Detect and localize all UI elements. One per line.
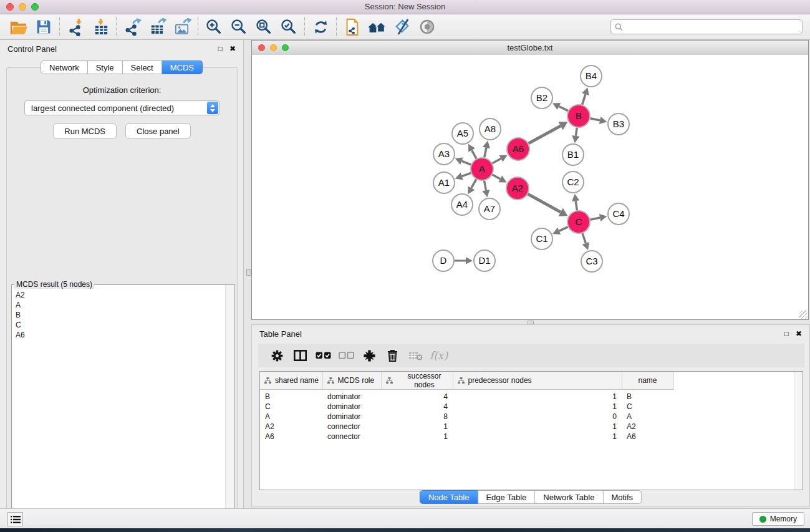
graph-node-A6[interactable]: A6	[507, 138, 529, 160]
graph-node-A7[interactable]: A7	[479, 198, 500, 220]
zoom-fit-icon[interactable]	[251, 16, 276, 38]
column-header-name[interactable]: name	[622, 372, 673, 390]
zoom-selected-icon[interactable]	[276, 16, 301, 38]
graph-edge-A-A8[interactable]	[483, 141, 490, 158]
clone-network-icon[interactable]	[340, 16, 365, 38]
tab-select[interactable]: Select	[123, 60, 162, 74]
graph-edge-C-C3[interactable]	[582, 233, 590, 250]
column-header-MCDS-role[interactable]: MCDS role	[322, 372, 381, 390]
graph-node-D1[interactable]: D1	[474, 250, 495, 271]
close-table-panel-icon[interactable]: ✖	[796, 330, 802, 337]
graph-edge-C-C2[interactable]	[572, 194, 579, 210]
graph-edge-A-A3[interactable]	[455, 157, 471, 165]
table-cell[interactable]: 1	[453, 402, 622, 412]
table-cell[interactable]: dominator	[322, 412, 381, 422]
zoom-in-icon[interactable]	[201, 16, 226, 38]
table-cell[interactable]: A6	[622, 432, 673, 442]
graph-node-A[interactable]: A	[471, 158, 493, 180]
table-cell[interactable]: B	[260, 390, 322, 402]
table-row[interactable]: A2connector11A2	[260, 422, 673, 432]
graph-node-B1[interactable]: B1	[562, 144, 584, 165]
table-cell[interactable]: dominator	[322, 402, 381, 412]
table-tab-node-table[interactable]: Node Table	[420, 490, 478, 504]
graph-node-C1[interactable]: C1	[531, 228, 552, 249]
graph-edge-A2-C[interactable]	[528, 194, 568, 216]
graph-edge-B-B4[interactable]	[582, 87, 589, 105]
tab-mcds[interactable]: MCDS	[162, 60, 203, 74]
criterion-select[interactable]: largest connected component (directed)	[24, 100, 219, 115]
export-table-icon[interactable]	[145, 16, 170, 38]
mcds-result-item[interactable]: A6	[16, 330, 221, 340]
table-cell[interactable]: A2	[260, 422, 322, 432]
save-session-icon[interactable]	[31, 16, 56, 38]
graph-node-A4[interactable]: A4	[451, 194, 473, 215]
select-all-columns-icon[interactable]	[312, 346, 335, 365]
graph-node-A1[interactable]: A1	[433, 172, 455, 193]
table-cell[interactable]: A	[622, 412, 673, 422]
graph-node-C2[interactable]: C2	[562, 172, 584, 193]
search-input[interactable]	[623, 22, 798, 32]
graph-node-A2[interactable]: A2	[506, 177, 529, 200]
export-network-icon[interactable]	[120, 16, 145, 38]
task-history-button[interactable]	[7, 512, 23, 526]
table-cell[interactable]: 1	[381, 432, 453, 442]
table-cell[interactable]: 8	[381, 412, 453, 422]
create-column-icon[interactable]	[358, 346, 381, 365]
graph-edge-A-A7[interactable]	[482, 181, 489, 198]
mcds-result-item[interactable]: B	[16, 310, 221, 320]
unselect-all-columns-icon[interactable]	[335, 346, 358, 365]
open-session-icon[interactable]	[6, 16, 31, 38]
graph-edge-D-D1[interactable]	[455, 257, 473, 264]
import-network-icon[interactable]	[63, 16, 88, 38]
graph-node-A3[interactable]: A3	[433, 143, 455, 165]
graph-edge-C-C4[interactable]	[591, 214, 607, 221]
table-row[interactable]: Adominator80A	[260, 412, 673, 422]
graph-edge-B-B1[interactable]	[572, 128, 579, 143]
table-tab-motifs[interactable]: Motifs	[603, 490, 642, 504]
graph-edge-A-A4[interactable]	[468, 180, 476, 195]
table-cell[interactable]: A6	[260, 432, 322, 442]
graph-edge-A-A1[interactable]	[455, 173, 471, 180]
table-cell[interactable]: 4	[381, 402, 453, 412]
table-cell[interactable]: dominator	[322, 390, 381, 402]
graph-node-B2[interactable]: B2	[531, 87, 552, 109]
table-cell[interactable]: 0	[453, 412, 622, 422]
table-row[interactable]: Bdominator41B	[260, 390, 673, 402]
column-header-successor-nodes[interactable]: successor nodes	[381, 372, 453, 390]
mcds-result-item[interactable]: A2	[16, 290, 221, 300]
toggle-visibility-icon[interactable]	[415, 16, 440, 38]
graph-edge-A6-B[interactable]	[529, 122, 568, 143]
graph-node-B4[interactable]: B4	[581, 65, 602, 87]
graph-node-A5[interactable]: A5	[452, 123, 473, 144]
session-home-icon[interactable]	[365, 16, 390, 38]
table-cell[interactable]: C	[622, 402, 673, 412]
table-row[interactable]: A6connector11A6	[260, 432, 673, 442]
table-settings-icon[interactable]	[266, 346, 289, 365]
network-canvas[interactable]: B4B2BB3A8A5A6A3B1AA1C2A2A4A7C4CC1C3DD1	[252, 55, 808, 319]
graph-node-B3[interactable]: B3	[608, 114, 629, 135]
table-cell[interactable]: connector	[322, 422, 381, 432]
graph-edge-B-B3[interactable]	[591, 117, 607, 124]
mcds-result-scrollbar[interactable]	[225, 285, 234, 526]
table-scrollbar[interactable]	[794, 372, 803, 490]
minimize-view-icon[interactable]	[270, 44, 277, 51]
table-cell[interactable]: 1	[453, 422, 622, 432]
graph-node-C4[interactable]: C4	[608, 203, 629, 225]
run-mcds-button[interactable]: Run MCDS	[53, 123, 117, 138]
table-cell[interactable]: connector	[322, 432, 381, 442]
float-panel-icon[interactable]: □	[218, 45, 223, 52]
graph-edge-C-C1[interactable]	[552, 227, 567, 235]
import-table-icon[interactable]	[88, 16, 113, 38]
close-panel-button[interactable]: Close panel	[125, 123, 191, 138]
table-row[interactable]: Cdominator41C	[260, 402, 673, 412]
table-tab-edge-table[interactable]: Edge Table	[478, 490, 535, 504]
graph-edge-A-A2[interactable]	[493, 175, 507, 182]
table-cell[interactable]: C	[260, 402, 322, 412]
tab-style[interactable]: Style	[88, 60, 123, 74]
table-cell[interactable]: 1	[381, 422, 453, 432]
table-cell[interactable]: A2	[622, 422, 673, 432]
mcds-result-item[interactable]: A	[16, 300, 221, 310]
show-column-panel-icon[interactable]	[289, 346, 312, 365]
column-header-predecessor-nodes[interactable]: predecessor nodes	[453, 372, 622, 390]
close-panel-icon[interactable]: ✖	[229, 45, 236, 52]
